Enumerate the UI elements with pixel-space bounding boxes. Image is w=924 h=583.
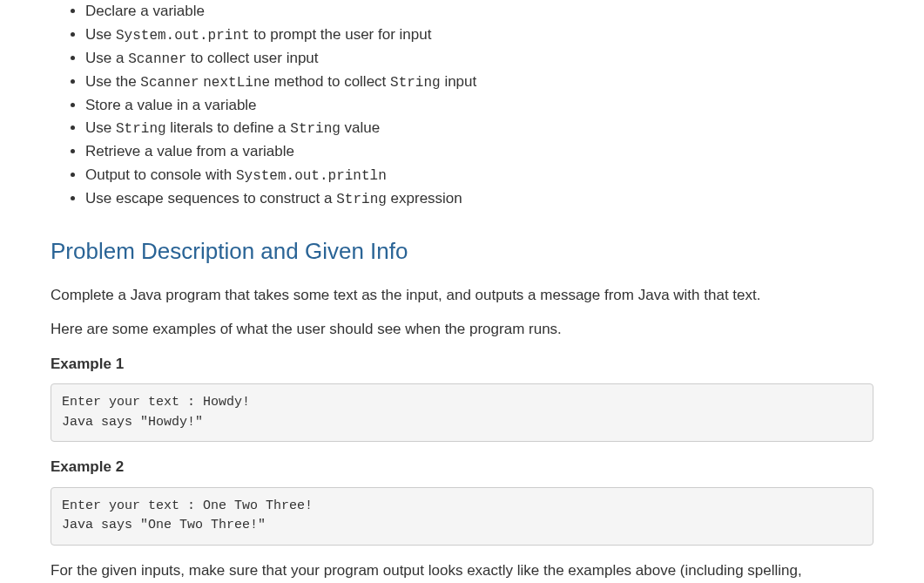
paragraph: Complete a Java program that takes some … (51, 284, 873, 307)
list-item: Use System.out.print to prompt the user … (85, 24, 873, 46)
bullet-text: Retrieve a value from a variable (85, 143, 294, 159)
bullet-text: Use (85, 119, 116, 136)
example-label: Example 1 (51, 353, 873, 376)
inline-code: Scanner (128, 51, 186, 67)
bullet-text: literals to define a (166, 119, 291, 136)
code-block: Enter your text : Howdy! Java says "Howd… (51, 383, 873, 442)
list-item: Output to console with System.out.printl… (85, 164, 873, 186)
inline-code: String (116, 121, 166, 137)
bullet-text: Use escape sequences to construct a (85, 190, 336, 207)
inline-code: System.out.print (116, 28, 250, 44)
bullet-text: Store a value in a variable (85, 97, 257, 113)
code-block: Enter your text : One Two Three! Java sa… (51, 487, 873, 546)
list-item: Use the Scanner nextLine method to colle… (85, 71, 873, 93)
paragraph: Here are some examples of what the user … (51, 318, 873, 341)
list-item: Retrieve a value from a variable (85, 140, 873, 163)
section-heading: Problem Description and Given Info (51, 234, 873, 268)
inline-code: String (290, 121, 341, 137)
paragraph: For the given inputs, make sure that you… (51, 559, 873, 584)
bullet-text: Use the (85, 73, 140, 90)
bullet-text: to collect user input (186, 50, 318, 66)
list-item: Declare a variable (85, 0, 873, 23)
bullet-text: Output to console with (85, 166, 236, 183)
list-item: Store a value in a variable (85, 94, 873, 117)
bullet-text: input (441, 73, 477, 90)
list-item: Use escape sequences to construct a Stri… (85, 187, 873, 210)
inline-code: nextLine (203, 75, 270, 91)
bullet-text: value (341, 119, 380, 136)
example-label: Example 2 (51, 456, 873, 478)
bullet-text: Declare a variable (85, 3, 205, 19)
bullet-text: to prompt the user for input (250, 26, 432, 43)
inline-code: Scanner (140, 75, 199, 91)
bullet-text: expression (387, 190, 462, 207)
bullet-text: method to collect (270, 73, 390, 90)
inline-code: String (336, 192, 387, 207)
bullet-text: Use (85, 26, 116, 43)
list-item: Use String literals to define a String v… (85, 117, 873, 139)
inline-code: String (390, 75, 441, 91)
bullet-list: Declare a variable Use System.out.print … (51, 0, 873, 210)
bullet-text: Use a (85, 50, 128, 66)
list-item: Use a Scanner to collect user input (85, 47, 873, 70)
inline-code: System.out.println (236, 168, 387, 184)
